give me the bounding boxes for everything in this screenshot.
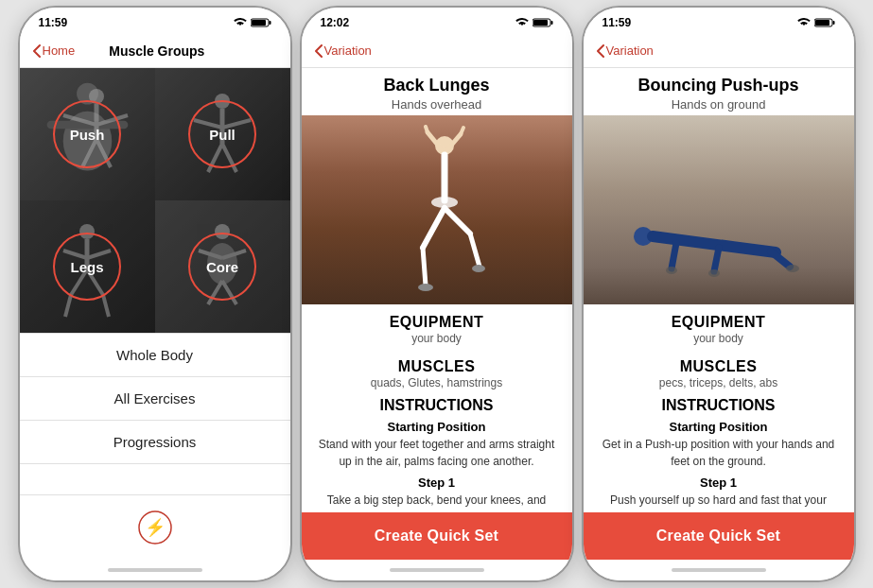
exercise-image-3	[584, 115, 854, 304]
equipment-section-3: EQUIPMENT your body	[584, 304, 854, 349]
exercise-image-2	[302, 115, 572, 304]
instructions-heading-3: INSTRUCTIONS	[599, 397, 839, 414]
exercise-title-3: Bouncing Push-ups	[599, 76, 839, 95]
status-icons-1	[234, 18, 271, 27]
wifi-icon-2	[515, 18, 529, 27]
nav-bar-2: Variation	[302, 34, 572, 68]
svg-line-51	[653, 236, 776, 252]
phone1-footer: ⚡	[20, 494, 290, 560]
battery-icon-3	[814, 18, 835, 27]
step0-title-2: Starting Position	[317, 420, 557, 434]
back-label-2: Variation	[324, 43, 372, 58]
svg-line-42	[423, 248, 426, 285]
push-label: Push	[53, 100, 121, 168]
step0-text-2: Stand with your feet together and arms s…	[317, 436, 557, 470]
equipment-sub-2: your body	[317, 332, 557, 345]
home-indicator-1	[20, 560, 290, 580]
back-label-3: Variation	[606, 43, 654, 58]
muscle-cell-legs[interactable]: Legs	[20, 200, 155, 333]
svg-line-54	[714, 248, 719, 271]
phone2: 12:02 Variation Back Lunges Hands overhe…	[300, 6, 574, 582]
muscle-cell-pull[interactable]: Pull	[155, 68, 290, 200]
core-label: Core	[188, 233, 256, 301]
step1-text-3: Push yourself up so hard and fast that y…	[599, 492, 839, 512]
battery-icon-2	[533, 18, 553, 27]
svg-rect-32	[550, 21, 552, 25]
pushup-figure-svg	[624, 200, 813, 295]
home-bar-2	[390, 568, 484, 572]
list-item-all-exercises[interactable]: All Exercises	[20, 377, 290, 421]
svg-line-22	[103, 295, 109, 317]
muscle-grid: Push Pull	[20, 68, 290, 333]
instructions-heading-2: INSTRUCTIONS	[317, 397, 557, 414]
svg-point-53	[666, 267, 677, 274]
status-bar-1: 11:59	[20, 8, 290, 34]
back-btn-2[interactable]: Variation	[315, 43, 372, 58]
exercise-header-3: Bouncing Push-ups Hands on ground	[584, 68, 854, 115]
cta-btn-3[interactable]: Create Quick Set	[584, 512, 854, 560]
muscle-cell-push[interactable]: Push	[20, 68, 155, 200]
list-item-whole-body[interactable]: Whole Body	[20, 334, 290, 377]
svg-line-41	[423, 208, 445, 248]
home-indicator-2	[302, 560, 572, 580]
muscles-label-3: MUSCLES	[599, 358, 839, 375]
svg-point-43	[418, 284, 433, 291]
svg-line-52	[672, 243, 676, 268]
home-indicator-3	[584, 560, 854, 580]
app-logo-icon: ⚡	[138, 510, 172, 545]
svg-line-38	[461, 128, 463, 134]
equipment-sub-3: your body	[599, 332, 839, 345]
pull-label: Pull	[188, 100, 256, 168]
svg-point-55	[708, 269, 720, 277]
step0-title-3: Starting Position	[599, 420, 839, 434]
status-bar-3: 11:59	[584, 8, 854, 34]
muscles-section-3: MUSCLES pecs, triceps, delts, abs	[584, 349, 854, 393]
instructions-section-3: INSTRUCTIONS Starting Position Get in a …	[584, 393, 854, 512]
home-bar-3	[672, 568, 766, 572]
lunge-figure-svg	[380, 125, 494, 304]
home-bar-1	[108, 568, 202, 572]
exercise-subtitle-2: Hands overhead	[317, 97, 557, 112]
svg-rect-33	[533, 20, 548, 26]
back-btn-3[interactable]: Variation	[597, 43, 654, 58]
muscle-list: Whole Body All Exercises Progressions	[20, 333, 290, 464]
svg-point-57	[786, 265, 799, 272]
svg-line-36	[426, 127, 428, 132]
svg-rect-2	[252, 20, 266, 26]
wifi-icon	[234, 18, 247, 27]
step1-title-2: Step 1	[317, 476, 557, 490]
muscle-cell-core[interactable]: Core	[155, 200, 290, 333]
chevron-left-icon-3	[597, 44, 604, 58]
svg-line-44	[445, 208, 470, 233]
svg-rect-49	[815, 20, 829, 26]
svg-line-20	[65, 295, 71, 317]
exercise-header-2: Back Lunges Hands overhead	[302, 68, 572, 115]
muscles-section-2: MUSCLES quads, Glutes, hamstrings	[302, 349, 572, 393]
muscles-value-2: quads, Glutes, hamstrings	[317, 376, 557, 389]
muscles-value-3: pecs, triceps, delts, abs	[599, 376, 839, 389]
muscles-label-2: MUSCLES	[317, 358, 557, 375]
svg-rect-1	[269, 21, 271, 25]
nav-title-1: Muscle Groups	[37, 43, 276, 59]
nav-bar-3: Variation	[584, 34, 854, 68]
chevron-left-icon-2	[315, 44, 323, 58]
exercise-content-3: Bouncing Push-ups Hands on ground	[584, 68, 854, 512]
cta-btn-2[interactable]: Create Quick Set	[302, 512, 572, 560]
time-2: 12:02	[321, 16, 350, 29]
exercise-subtitle-3: Hands on ground	[599, 97, 839, 112]
list-item-progressions[interactable]: Progressions	[20, 421, 290, 464]
step1-text-2: Take a big step back, bend your knees, a…	[317, 492, 557, 512]
equipment-section-2: EQUIPMENT your body	[302, 304, 572, 349]
nav-bar-1: Home Muscle Groups	[20, 34, 290, 68]
step0-text-3: Get in a Push-up position with your hand…	[599, 436, 839, 470]
battery-icon	[251, 18, 271, 27]
status-bar-2: 12:02	[302, 8, 572, 34]
time-1: 11:59	[39, 16, 68, 29]
wifi-icon-3	[797, 18, 811, 27]
phones-container: 11:59 Home Muscle Groups	[18, 6, 856, 582]
step1-title-3: Step 1	[599, 476, 839, 490]
equipment-label-3: EQUIPMENT	[599, 314, 839, 331]
exercise-title-2: Back Lunges	[317, 76, 557, 95]
phone3: 11:59 Variation Bouncing Push-ups Hands …	[582, 6, 856, 582]
time-3: 11:59	[602, 16, 632, 29]
